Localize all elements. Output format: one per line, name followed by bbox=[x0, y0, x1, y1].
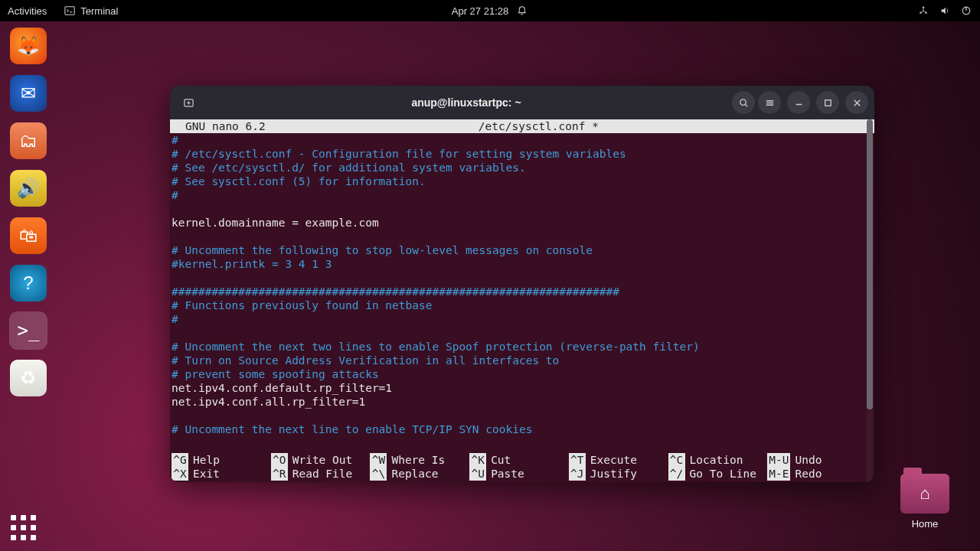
nano-line: ########################################… bbox=[172, 285, 873, 298]
nano-line: # Uncomment the following to stop low-le… bbox=[172, 243, 873, 257]
nano-line: # /etc/sysctl.conf - Configuration file … bbox=[172, 147, 873, 161]
nano-line: # Uncomment the next two lines to enable… bbox=[172, 340, 873, 354]
help-icon: ? bbox=[23, 272, 33, 294]
close-button[interactable] bbox=[845, 91, 868, 114]
nano-line: # See /etc/sysctl.d/ for additional syst… bbox=[172, 161, 873, 174]
hamburger-menu-button[interactable] bbox=[758, 91, 781, 114]
terminal-scrollbar[interactable] bbox=[867, 119, 873, 482]
nano-shortcut: ^GHelp bbox=[172, 453, 271, 467]
shopping-bag-icon: 🛍 bbox=[19, 225, 38, 246]
nano-shortcut-label: Go To Line bbox=[690, 467, 756, 481]
nano-app-name: GNU nano 6.2 bbox=[172, 119, 266, 133]
nano-shortcut-key: ^T bbox=[569, 453, 586, 467]
nano-shortcut: ^RRead File bbox=[271, 467, 371, 481]
power-icon[interactable] bbox=[960, 5, 972, 17]
activities-button[interactable]: Activities bbox=[8, 5, 47, 17]
nano-shortcut-key: M-U bbox=[767, 453, 790, 467]
nano-line: # Turn on Source Address Verification in… bbox=[172, 354, 873, 367]
nano-shortcut-key: ^J bbox=[569, 467, 586, 481]
launcher-dock: 🦊 ✉ 🗂 🔊 🛍 ? >_ ♻ bbox=[5, 28, 52, 396]
nano-shortcut-label: Justify bbox=[590, 467, 637, 481]
desktop-home-folder[interactable]: ⌂ Home bbox=[900, 474, 949, 530]
nano-shortcut: ^KCut bbox=[469, 453, 569, 467]
nano-shortcut-bar: ^GHelp^OWrite Out^WWhere Is^KCut^TExecut… bbox=[170, 453, 868, 482]
nano-line: # See sysctl.conf (5) for information. bbox=[172, 174, 873, 188]
dock-software[interactable]: 🛍 bbox=[10, 217, 47, 254]
nano-line: # bbox=[172, 188, 873, 202]
focused-app-label: Terminal bbox=[80, 5, 118, 17]
nano-shortcut-label: Help bbox=[193, 453, 220, 467]
svg-point-9 bbox=[740, 99, 746, 105]
dock-help[interactable]: ? bbox=[10, 265, 47, 302]
nano-shortcut: ^TExecute bbox=[569, 453, 668, 467]
thunderbird-icon: ✉ bbox=[21, 83, 36, 104]
nano-buffer[interactable]: ## /etc/sysctl.conf - Configuration file… bbox=[170, 133, 874, 436]
terminal-icon: >_ bbox=[18, 320, 40, 341]
svg-line-10 bbox=[745, 104, 747, 106]
top-bar: Activities Terminal Apr 27 21:28 bbox=[0, 0, 980, 21]
nano-shortcut-label: Read File bbox=[292, 467, 353, 481]
search-button[interactable] bbox=[732, 91, 755, 114]
nano-shortcut-key: ^U bbox=[469, 467, 486, 481]
nano-line: # bbox=[172, 133, 873, 147]
nano-shortcut-label: Replace bbox=[391, 467, 438, 481]
nano-line bbox=[172, 409, 873, 422]
nano-line bbox=[172, 230, 873, 243]
dock-terminal[interactable]: >_ bbox=[10, 312, 47, 349]
dock-files[interactable]: 🗂 bbox=[10, 122, 47, 159]
home-icon: ⌂ bbox=[900, 474, 949, 514]
focused-app-indicator[interactable]: Terminal bbox=[64, 5, 118, 17]
nano-line: # Uncomment the next line to enable TCP/… bbox=[172, 422, 873, 436]
nano-line bbox=[172, 271, 873, 285]
nano-line bbox=[172, 326, 873, 340]
maximize-button[interactable] bbox=[816, 91, 839, 114]
new-tab-button[interactable] bbox=[176, 90, 201, 115]
nano-shortcut-key: ^K bbox=[469, 453, 486, 467]
nano-shortcut-label: Paste bbox=[491, 467, 524, 481]
terminal-window: anup@linuxstartpc: ~ GNU nano 6.2 /etc/s… bbox=[170, 86, 874, 482]
show-applications-button[interactable] bbox=[11, 515, 36, 540]
nano-shortcut-label: Write Out bbox=[292, 453, 353, 467]
activities-label: Activities bbox=[8, 5, 47, 17]
nano-shortcut: ^CLocation bbox=[668, 453, 768, 467]
nano-shortcut-key: ^\ bbox=[370, 467, 387, 481]
dock-firefox[interactable]: 🦊 bbox=[10, 28, 47, 64]
terminal-titlebar: anup@linuxstartpc: ~ bbox=[170, 86, 874, 119]
nano-shortcut-key: ^R bbox=[271, 467, 288, 481]
nano-shortcut-label: Redo bbox=[795, 467, 822, 481]
minimize-button[interactable] bbox=[787, 91, 810, 114]
nano-shortcut-label: Undo bbox=[795, 453, 822, 467]
nano-shortcut: ^XExit bbox=[172, 467, 271, 481]
dock-thunderbird[interactable]: ✉ bbox=[10, 75, 47, 112]
terminal-indicator-icon bbox=[64, 5, 76, 17]
nano-shortcut-label: Exit bbox=[193, 467, 220, 481]
nano-shortcut-key: ^C bbox=[668, 453, 685, 467]
terminal-body[interactable]: GNU nano 6.2 /etc/sysctl.conf * ## /etc/… bbox=[170, 119, 874, 482]
nano-shortcut-key: M-E bbox=[767, 467, 790, 481]
nano-shortcut: ^\Replace bbox=[370, 467, 469, 481]
nano-shortcut-key: ^X bbox=[172, 467, 188, 481]
volume-icon[interactable] bbox=[939, 5, 951, 17]
notifications-icon[interactable] bbox=[516, 5, 528, 17]
speaker-icon: 🔊 bbox=[17, 178, 40, 199]
nano-shortcut-key: ^G bbox=[172, 453, 188, 467]
network-icon[interactable] bbox=[917, 5, 929, 17]
nano-line: # prevent some spoofing attacks bbox=[172, 367, 873, 381]
nano-shortcut: M-UUndo bbox=[767, 453, 867, 467]
nano-header: GNU nano 6.2 /etc/sysctl.conf * bbox=[170, 119, 874, 133]
dock-trash[interactable]: ♻ bbox=[10, 360, 47, 396]
terminal-scrollthumb[interactable] bbox=[867, 119, 873, 409]
nano-shortcut-key: ^O bbox=[271, 453, 288, 467]
nano-line: net.ipv4.conf.all.rp_filter=1 bbox=[172, 395, 873, 409]
nano-shortcut: ^WWhere Is bbox=[370, 453, 469, 467]
nano-line: # bbox=[172, 312, 873, 326]
nano-shortcut-key: ^W bbox=[370, 453, 387, 467]
trash-icon: ♻ bbox=[20, 367, 37, 389]
home-label: Home bbox=[900, 518, 949, 530]
nano-shortcut-key: ^/ bbox=[668, 467, 685, 481]
clock[interactable]: Apr 27 21:28 bbox=[452, 5, 508, 17]
nano-line: # Functions previously found in netbase bbox=[172, 298, 873, 312]
firefox-icon: 🦊 bbox=[17, 35, 40, 57]
nano-line: #kernel.printk = 3 4 1 3 bbox=[172, 257, 873, 271]
dock-rhythmbox[interactable]: 🔊 bbox=[10, 170, 47, 207]
